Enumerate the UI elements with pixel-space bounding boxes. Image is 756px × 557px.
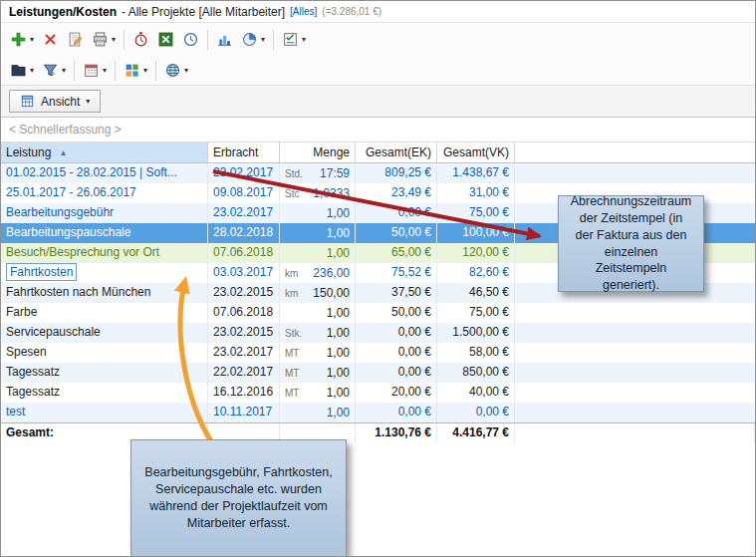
cell-erbracht[interactable]: 23.02.2017: [208, 203, 280, 223]
delete-button[interactable]: [38, 28, 63, 51]
cell-menge[interactable]: 1,00: [280, 203, 356, 223]
cell-gesamt-ek[interactable]: 23,49 €: [356, 183, 437, 203]
cell-leistung[interactable]: 25.01.2017 - 26.06.2017: [1, 183, 208, 203]
cell-menge[interactable]: MT1,00: [280, 383, 356, 403]
cell-gesamt-vk[interactable]: 58,00 €: [437, 343, 515, 363]
cell-erbracht[interactable]: 16.12.2016: [208, 383, 280, 403]
cell-gesamt-vk[interactable]: 1.438,67 €: [437, 163, 515, 183]
cell-filler[interactable]: [515, 343, 755, 363]
column-header-leistung[interactable]: Leistung ▲: [1, 142, 208, 162]
cell-filler[interactable]: [515, 403, 755, 422]
cell-gesamt-vk[interactable]: 120,00 €: [437, 243, 515, 263]
cell-gesamt-vk[interactable]: 1.500,00 €: [437, 323, 515, 343]
cell-menge[interactable]: 1,00: [280, 243, 356, 263]
cell-filler[interactable]: [515, 163, 755, 183]
table-row[interactable]: Farbe07.06.20181,0050,00 €75,00 €: [1, 303, 755, 323]
cell-filler[interactable]: [515, 383, 755, 403]
excel-export-button[interactable]: [153, 28, 178, 51]
cell-menge[interactable]: Std.17:59: [280, 163, 356, 183]
table-row[interactable]: test10.11.20171,000,00 €0,00 €: [1, 403, 755, 422]
cell-erbracht[interactable]: 09.08.2017: [208, 183, 280, 203]
cell-menge[interactable]: MT1,00: [280, 343, 356, 363]
cell-leistung[interactable]: Farbe: [1, 303, 208, 323]
cell-erbracht[interactable]: 28.02.2018: [208, 223, 280, 243]
table-row[interactable]: Servicepauschale23.02.2015Stk.1,000,00 €…: [1, 323, 755, 343]
cell-menge[interactable]: 1,00: [280, 303, 356, 323]
table-row[interactable]: Spesen23.02.2017MT1,000,00 €58,00 €: [1, 343, 755, 363]
cell-erbracht[interactable]: 23.02.2015: [208, 283, 280, 303]
cell-gesamt-ek[interactable]: 50,00 €: [356, 303, 437, 323]
pie-chart-button[interactable]: ▾: [237, 28, 269, 51]
cell-leistung[interactable]: Bearbeitungsgebühr: [1, 203, 208, 223]
view-blocks-button[interactable]: ▾: [120, 59, 151, 82]
cell-leistung[interactable]: Bearbeitungspauschale: [1, 223, 208, 243]
cell-filler[interactable]: [515, 303, 755, 323]
table-row[interactable]: Tagessatz22.02.2017MT1,000,00 €850,00 €: [1, 363, 755, 383]
cell-erbracht[interactable]: 07.06.2018: [208, 303, 280, 323]
cell-gesamt-ek[interactable]: 50,00 €: [356, 223, 437, 243]
cell-erbracht[interactable]: 07.06.2018: [208, 243, 280, 263]
edit-button[interactable]: [63, 28, 88, 51]
column-header-erbracht[interactable]: Erbracht: [208, 142, 280, 162]
cell-gesamt-vk[interactable]: 82,60 €: [437, 263, 515, 283]
table-row[interactable]: 01.02.2015 - 28.02.2015 | Soft...23.02.2…: [1, 163, 755, 183]
cell-gesamt-vk[interactable]: 40,00 €: [437, 383, 515, 403]
cell-gesamt-ek[interactable]: 0,00 €: [356, 323, 437, 343]
cell-menge[interactable]: km236,00: [280, 263, 356, 283]
cell-gesamt-vk[interactable]: 100,00 €: [437, 223, 515, 243]
cell-gesamt-vk[interactable]: 0,00 €: [437, 403, 515, 422]
cell-filler[interactable]: [515, 363, 755, 383]
cell-erbracht[interactable]: 22.02.2017: [208, 363, 280, 383]
cell-menge[interactable]: MT1,00: [280, 363, 356, 383]
cell-gesamt-ek[interactable]: 37,50 €: [356, 283, 437, 303]
cell-gesamt-ek[interactable]: 20,00 €: [356, 383, 437, 403]
cell-erbracht[interactable]: 03.03.2017: [208, 263, 280, 283]
cell-gesamt-vk[interactable]: 75,00 €: [437, 203, 515, 223]
table-row[interactable]: Tagessatz16.12.2016MT1,0020,00 €40,00 €: [1, 383, 755, 403]
cell-filler[interactable]: [515, 323, 755, 343]
cell-menge[interactable]: Stk.1,00: [280, 323, 356, 343]
cell-gesamt-ek[interactable]: 0,00 €: [356, 203, 437, 223]
cell-gesamt-vk[interactable]: 31,00 €: [437, 183, 515, 203]
cell-gesamt-ek[interactable]: 65,00 €: [356, 243, 437, 263]
cell-gesamt-ek[interactable]: 0,00 €: [356, 343, 437, 363]
cell-leistung[interactable]: test: [1, 403, 208, 422]
cell-leistung[interactable]: Tagessatz: [1, 363, 208, 383]
cell-leistung[interactable]: Besuch/Besprechung vor Ort: [1, 243, 208, 263]
cell-menge[interactable]: 1,00: [280, 223, 356, 243]
column-header-gesamt-ek[interactable]: Gesamt(EK): [356, 142, 437, 162]
quick-entry-field[interactable]: < Schnellerfassung >: [1, 118, 755, 141]
cell-erbracht[interactable]: 23.02.2017: [208, 343, 280, 363]
chart-button[interactable]: [212, 28, 237, 51]
cell-leistung[interactable]: 01.02.2015 - 28.02.2015 | Soft...: [1, 163, 208, 183]
cell-erbracht[interactable]: 10.11.2017: [208, 403, 280, 422]
cell-gesamt-vk[interactable]: 75,00 €: [437, 303, 515, 323]
clock-button[interactable]: [178, 28, 203, 51]
timer-button[interactable]: [128, 28, 153, 51]
cell-gesamt-ek[interactable]: 0,00 €: [356, 403, 437, 422]
print-button[interactable]: ▾: [88, 28, 120, 51]
calendar-button[interactable]: ▾: [79, 59, 111, 82]
globe-button[interactable]: ▾: [160, 59, 192, 82]
cell-erbracht[interactable]: 23.02.2017: [208, 163, 280, 183]
view-button[interactable]: Ansicht ▾: [9, 90, 101, 113]
add-button[interactable]: ▾: [6, 28, 38, 51]
cell-gesamt-ek[interactable]: 75,52 €: [356, 263, 437, 283]
checklist-button[interactable]: ▾: [278, 28, 310, 51]
folder-button[interactable]: ▾: [6, 59, 38, 82]
cell-leistung[interactable]: Spesen: [1, 343, 208, 363]
cell-leistung[interactable]: Fahrtkosten: [1, 263, 208, 283]
filter-button[interactable]: ▾: [38, 59, 70, 82]
cell-menge[interactable]: km150,00: [280, 283, 356, 303]
column-header-menge[interactable]: Menge: [280, 142, 356, 162]
column-header-gesamt-vk[interactable]: Gesamt(VK): [437, 142, 515, 162]
cell-gesamt-vk[interactable]: 46,50 €: [437, 283, 515, 303]
cell-leistung[interactable]: Fahrtkosten nach München: [1, 283, 208, 303]
cell-gesamt-ek[interactable]: 0,00 €: [356, 363, 437, 383]
cell-gesamt-ek[interactable]: 809,25 €: [356, 163, 437, 183]
cell-menge[interactable]: Stc1,0333: [280, 183, 356, 203]
cell-leistung[interactable]: Tagessatz: [1, 383, 208, 403]
cell-erbracht[interactable]: 23.02.2015: [208, 323, 280, 343]
focused-cell-box[interactable]: Fahrtkosten: [6, 263, 77, 281]
cell-leistung[interactable]: Servicepauschale: [1, 323, 208, 343]
